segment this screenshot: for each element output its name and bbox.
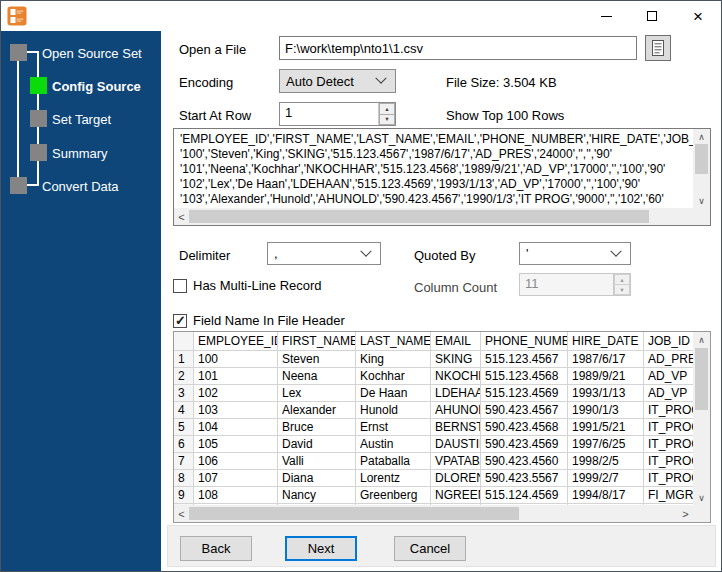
encoding-select[interactable]: Auto Detect [279, 69, 396, 93]
grid-cell[interactable]: 1993/1/13 [568, 385, 644, 402]
grid-cell[interactable]: DLORENTZ [431, 470, 481, 487]
grid-vertical-scrollbar[interactable]: ∧ ∨ [693, 332, 710, 505]
grid-horizontal-scrollbar[interactable]: < > [174, 505, 693, 522]
grid-cell[interactable]: Bruce [278, 419, 356, 436]
grid-cell[interactable]: 515.123.4569 [481, 385, 568, 402]
table-row[interactable]: 6105DavidAustinDAUSTIN590.423.45691997/6… [174, 436, 693, 453]
grid-cell[interactable]: Nancy [278, 487, 356, 504]
grid-cell[interactable]: Hunold [356, 402, 431, 419]
grid-cell[interactable]: VPATABAL [431, 453, 481, 470]
minimize-button[interactable] [583, 1, 629, 31]
grid-column-header[interactable]: PHONE_NUMBER [481, 332, 568, 351]
csv-preview-box[interactable]: 'EMPLOYEE_ID','FIRST_NAME','LAST_NAME','… [173, 128, 711, 226]
row-number-cell[interactable]: 8 [174, 470, 194, 487]
grid-cell[interactable]: 1994/8/17 [568, 487, 644, 504]
scroll-left-arrow[interactable]: < [174, 505, 189, 522]
grid-column-header[interactable]: LAST_NAME [356, 332, 431, 351]
data-preview-grid[interactable]: EMPLOYEE_IDFIRST_NAMELAST_NAMEEMAILPHONE… [173, 331, 711, 523]
row-number-cell[interactable]: 3 [174, 385, 194, 402]
grid-cell[interactable]: FI_MGR [644, 487, 693, 504]
grid-cell[interactable]: 101 [194, 368, 278, 385]
grid-cell[interactable]: Pataballa [356, 453, 431, 470]
scroll-up-arrow[interactable]: ∧ [693, 129, 710, 144]
grid-cell[interactable]: 590.423.4569 [481, 436, 568, 453]
grid-cell[interactable]: Ernst [356, 419, 431, 436]
grid-cell[interactable]: Lorentz [356, 470, 431, 487]
row-number-cell[interactable]: 4 [174, 402, 194, 419]
grid-cell[interactable]: Steven [278, 351, 356, 368]
grid-cell[interactable]: Kochhar [356, 368, 431, 385]
scroll-right-arrow[interactable]: > [678, 505, 693, 522]
close-button[interactable]: × [675, 1, 721, 31]
grid-cell[interactable]: Austin [356, 436, 431, 453]
grid-cell[interactable]: Alexander [278, 402, 356, 419]
grid-column-header[interactable]: HIRE_DATE [568, 332, 644, 351]
grid-cell[interactable]: IT_PROG [644, 453, 693, 470]
grid-cell[interactable]: 102 [194, 385, 278, 402]
field-header-checkbox[interactable] [173, 314, 187, 328]
table-row[interactable]: 7106ValliPataballaVPATABAL590.423.456019… [174, 453, 693, 470]
grid-cell[interactable]: 1989/9/21 [568, 368, 644, 385]
scroll-left-arrow[interactable]: < [174, 208, 189, 225]
grid-column-header[interactable]: JOB_ID [644, 332, 693, 351]
grid-cell[interactable]: IT_PROG [644, 436, 693, 453]
grid-cell[interactable]: De Haan [356, 385, 431, 402]
grid-cell[interactable]: BERNST [431, 419, 481, 436]
scrollbar-thumb[interactable] [695, 348, 708, 410]
grid-cell[interactable]: King [356, 351, 431, 368]
grid-cell[interactable]: 590.423.5567 [481, 470, 568, 487]
grid-cell[interactable]: 1997/6/25 [568, 436, 644, 453]
maximize-button[interactable] [629, 1, 675, 31]
grid-cell[interactable]: Diana [278, 470, 356, 487]
grid-cell[interactable]: NKOCHHAR [431, 368, 481, 385]
table-row[interactable]: 1100StevenKingSKING515.123.45671987/6/17… [174, 351, 693, 368]
row-number-cell[interactable]: 6 [174, 436, 194, 453]
table-row[interactable]: 9108NancyGreenbergNGREENBE515.124.456919… [174, 487, 693, 504]
grid-cell[interactable]: IT_PROG [644, 470, 693, 487]
grid-cell[interactable]: AHUNOLD [431, 402, 481, 419]
grid-cell[interactable]: AD_VP [644, 368, 693, 385]
grid-cell[interactable]: David [278, 436, 356, 453]
grid-cell[interactable]: 590.423.4567 [481, 402, 568, 419]
grid-cell[interactable]: 100 [194, 351, 278, 368]
grid-cell[interactable]: AD_VP [644, 385, 693, 402]
next-button[interactable]: Next [285, 536, 357, 561]
scroll-up-arrow[interactable]: ∧ [693, 332, 710, 347]
start-at-row-stepper[interactable]: 1 ▲ ▼ [279, 102, 396, 126]
grid-cell[interactable]: 1987/6/17 [568, 351, 644, 368]
quoted-by-select[interactable]: ' [519, 242, 631, 265]
grid-cell[interactable]: IT_PROG [644, 402, 693, 419]
grid-cell[interactable]: 108 [194, 487, 278, 504]
grid-cell[interactable]: 515.123.4567 [481, 351, 568, 368]
scrollbar-thumb[interactable] [695, 144, 708, 174]
grid-cell[interactable]: AD_PRES [644, 351, 693, 368]
row-number-cell[interactable]: 1 [174, 351, 194, 368]
grid-cell[interactable]: NGREENBE [431, 487, 481, 504]
grid-cell[interactable]: 103 [194, 402, 278, 419]
spin-down-button[interactable]: ▼ [379, 115, 395, 126]
grid-cell[interactable]: 104 [194, 419, 278, 436]
grid-cell[interactable]: 1998/2/5 [568, 453, 644, 470]
preview-horizontal-scrollbar[interactable]: < [174, 208, 693, 225]
scroll-down-arrow[interactable]: ∨ [693, 193, 710, 208]
spin-up-button[interactable]: ▲ [379, 103, 395, 115]
cancel-button[interactable]: Cancel [394, 536, 466, 561]
grid-cell[interactable]: 1999/2/7 [568, 470, 644, 487]
grid-cell[interactable]: 106 [194, 453, 278, 470]
table-row[interactable]: 4103AlexanderHunoldAHUNOLD590.423.456719… [174, 402, 693, 419]
back-button[interactable]: Back [180, 536, 252, 561]
grid-column-header[interactable]: EMAIL [431, 332, 481, 351]
row-number-cell[interactable]: 9 [174, 487, 194, 504]
grid-cell[interactable]: 1991/5/21 [568, 419, 644, 436]
table-row[interactable]: 2101NeenaKochharNKOCHHAR515.123.45681989… [174, 368, 693, 385]
grid-cell[interactable]: Greenberg [356, 487, 431, 504]
scrollbar-thumb[interactable] [189, 210, 649, 223]
table-row[interactable]: 3102LexDe HaanLDEHAAN515.123.45691993/1/… [174, 385, 693, 402]
grid-cell[interactable]: 105 [194, 436, 278, 453]
grid-cell[interactable]: LDEHAAN [431, 385, 481, 402]
table-row[interactable]: 5104BruceErnstBERNST590.423.45681991/5/2… [174, 419, 693, 436]
delimiter-select[interactable]: , [267, 242, 381, 265]
grid-column-header[interactable]: FIRST_NAME [278, 332, 356, 351]
table-row[interactable]: 8107DianaLorentzDLORENTZ590.423.55671999… [174, 470, 693, 487]
grid-cell[interactable]: 590.423.4568 [481, 419, 568, 436]
